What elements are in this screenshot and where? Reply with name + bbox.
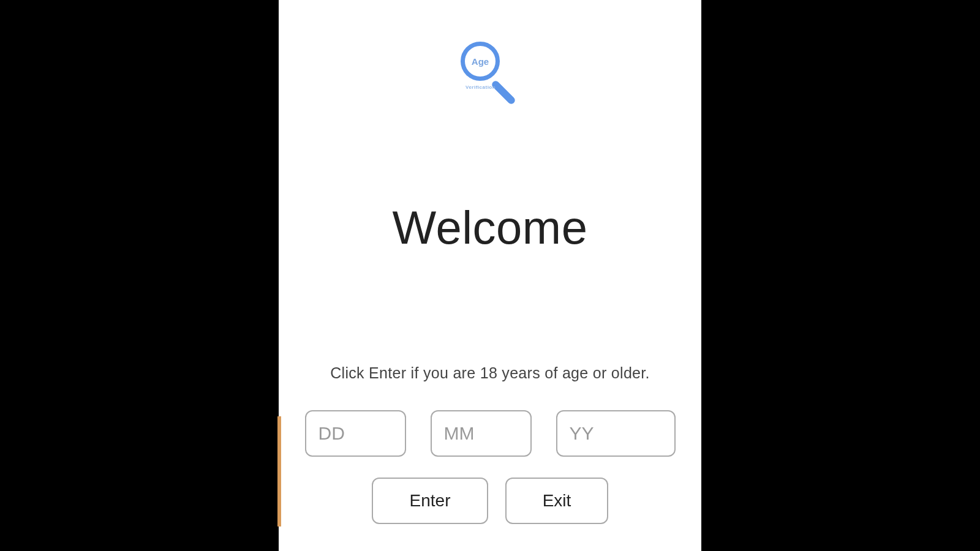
year-input[interactable] <box>556 410 676 457</box>
decorative-edge <box>277 416 281 527</box>
button-row: Enter Exit <box>372 478 608 524</box>
enter-button[interactable]: Enter <box>372 478 488 524</box>
magnifier-lens-icon: Age <box>461 42 500 81</box>
exit-button[interactable]: Exit <box>505 478 608 524</box>
day-input[interactable] <box>305 410 406 457</box>
logo-circle-text: Age <box>472 56 489 67</box>
month-input[interactable] <box>431 410 532 457</box>
date-of-birth-row <box>279 410 701 457</box>
age-instruction-text: Click Enter if you are 18 years of age o… <box>330 364 650 382</box>
magnifier-handle-icon <box>491 80 516 105</box>
welcome-title: Welcome <box>393 201 588 254</box>
logo-subtext: Verification <box>466 84 496 90</box>
age-verification-logo: Age Verification <box>459 42 521 103</box>
age-verification-modal: Age Verification Welcome Click Enter if … <box>279 0 701 551</box>
